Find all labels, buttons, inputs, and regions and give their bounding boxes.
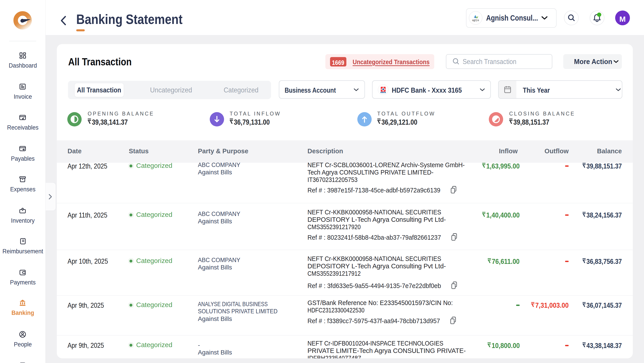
svg-text:agrya: agrya: [472, 18, 479, 22]
svg-text:HDFC BANK: HDFC BANK: [381, 92, 386, 93]
